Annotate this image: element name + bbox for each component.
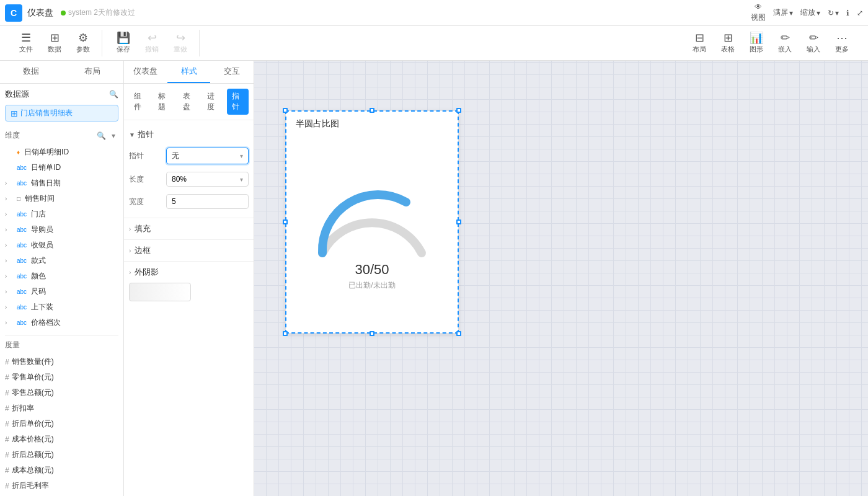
style-tab-title[interactable]: 标题	[153, 89, 175, 115]
dim-expand: ›	[5, 288, 12, 295]
gauge-wrapper: 30/50 已出勤/未出勤	[286, 130, 458, 333]
undo-button[interactable]: ↩ 撤销	[138, 30, 166, 56]
dim-type-badge: abc	[15, 242, 29, 249]
view-button[interactable]: 👁 视图	[751, 2, 766, 23]
gauge-svg	[310, 185, 434, 259]
border-section-header[interactable]: › 边框	[124, 240, 254, 261]
measure-item-2[interactable]: # 零售总额(元)	[5, 385, 118, 401]
pointer-length-input[interactable]	[167, 172, 240, 186]
style-tab-pointer[interactable]: 指针	[227, 89, 249, 115]
measure-item-6[interactable]: # 折后总额(元)	[5, 447, 118, 463]
left-panel: 数据 布局 数据源 🔍 ⊞ 门店销售明细表 维度 🔍 ▾	[0, 61, 124, 496]
dim-type-badge: abc	[15, 211, 29, 218]
data-button[interactable]: ⊞ 数据	[41, 30, 68, 56]
search-dimensions-icon[interactable]: 🔍	[96, 131, 106, 141]
measure-icon: #	[5, 482, 9, 490]
dim-name: 日销单明细ID	[24, 147, 69, 157]
pointer-width-input[interactable]	[166, 194, 249, 209]
update-button[interactable]: ↻	[828, 9, 834, 17]
dim-item-8[interactable]: › abc 颜色	[5, 268, 118, 284]
fullscreen-button[interactable]: 满屏 ▾	[773, 7, 793, 18]
more-icon: ⋯	[836, 32, 848, 43]
dim-type-badge: abc	[15, 180, 29, 187]
shadow-preview[interactable]	[129, 283, 191, 301]
dim-item-4[interactable]: › abc 门店	[5, 206, 118, 222]
measure-item-0[interactable]: # 销售数量(件)	[5, 354, 118, 370]
measure-item-9[interactable]: # 度量值	[5, 494, 118, 496]
save-button[interactable]: 💾 保存	[110, 30, 137, 56]
shadow-section-header[interactable]: › 外阴影	[124, 262, 254, 283]
table-label: 表格	[721, 45, 735, 54]
save-label: 保存	[117, 45, 130, 54]
dim-item-2[interactable]: › abc 销售日期	[5, 175, 118, 191]
params-button[interactable]: ⚙ 参数	[69, 30, 97, 56]
expand-dimensions-icon[interactable]: ▾	[108, 131, 118, 141]
chart-container[interactable]: 半圆占比图 30/50 已出勤/未出勤	[285, 110, 459, 334]
more-button[interactable]: ⋯ 更多	[828, 30, 856, 56]
table-button[interactable]: ⊞ 表格	[714, 30, 742, 56]
file-button[interactable]: ☰ 文件	[12, 30, 40, 56]
chart-title: 半圆占比图	[286, 111, 458, 130]
style-panel: 仪表盘 样式 交互 组件 标题 表盘 进度 指针 ▼ 指针 指针 无 ▾	[124, 61, 254, 496]
search-icon[interactable]: 🔍	[108, 89, 118, 99]
length-arrow: ▾	[240, 176, 248, 183]
tab-interaction[interactable]: 交互	[210, 61, 254, 83]
measure-item-5[interactable]: # 成本价格(元)	[5, 432, 118, 447]
pointer-section-header[interactable]: ▼ 指针	[129, 125, 249, 144]
measure-item-8[interactable]: # 折后毛利率	[5, 478, 118, 494]
dim-type-badge: abc	[15, 273, 29, 280]
border-section: › 边框	[124, 239, 254, 261]
info-button[interactable]: ℹ	[846, 9, 849, 17]
embed-button[interactable]: ✏ 嵌入	[771, 30, 799, 56]
zoom-button[interactable]: 缩放 ▾	[800, 7, 820, 18]
dim-item-0[interactable]: ♦ 日销单明细ID	[5, 144, 118, 160]
dim-name: 销售时间	[25, 193, 55, 204]
data-source-header: 数据源 🔍	[5, 89, 118, 100]
tab-style[interactable]: 样式	[167, 61, 211, 83]
dim-item-3[interactable]: › □ 销售时间	[5, 191, 118, 206]
style-tab-progress[interactable]: 进度	[202, 89, 224, 115]
measure-name: 折后单价(元)	[12, 418, 54, 429]
chart-button[interactable]: 📊 图形	[743, 30, 770, 56]
expand-arrow: ⤢	[857, 9, 863, 17]
redo-button[interactable]: ↪ 重做	[167, 30, 194, 56]
app-logo: C	[5, 4, 22, 22]
dim-item-7[interactable]: › abc 款式	[5, 253, 118, 268]
pointer-length-label: 长度	[129, 174, 166, 185]
pointer-type-select[interactable]: 无 ▾	[166, 148, 249, 164]
layout-button[interactable]: ⊟ 布局	[686, 30, 713, 56]
measure-item-1[interactable]: # 零售单价(元)	[5, 370, 118, 385]
view-icon: 👁	[755, 2, 762, 11]
style-tab-component[interactable]: 组件	[129, 89, 151, 115]
measure-item-4[interactable]: # 折后单价(元)	[5, 416, 118, 432]
redo-label: 重做	[174, 45, 187, 54]
dim-item-1[interactable]: abc 日销单ID	[5, 160, 118, 175]
dim-item-5[interactable]: › abc 导购员	[5, 222, 118, 237]
chart-inner: 半圆占比图 30/50 已出勤/未出勤	[286, 111, 458, 333]
measure-item-3[interactable]: # 折扣率	[5, 401, 118, 416]
input-label: 输入	[807, 45, 820, 54]
dim-item-6[interactable]: › abc 收银员	[5, 237, 118, 253]
pointer-type-arrow: ▾	[240, 153, 243, 159]
measure-item-7[interactable]: # 成本总额(元)	[5, 463, 118, 478]
tab-dashboard[interactable]: 仪表盘	[124, 61, 167, 83]
data-source-tag[interactable]: ⊞ 门店销售明细表	[5, 105, 118, 122]
style-tab-dial[interactable]: 表盘	[178, 89, 200, 115]
expand-icon[interactable]: ⤢	[857, 9, 863, 17]
dim-type-badge: abc	[15, 257, 29, 264]
input-button[interactable]: ✏ 输入	[800, 30, 827, 56]
dim-type-badge: abc	[15, 319, 29, 326]
tab-layout[interactable]: 布局	[62, 61, 124, 83]
pointer-type-control: 无 ▾	[166, 148, 249, 164]
fill-section-header[interactable]: › 填充	[124, 218, 254, 239]
dim-item-10[interactable]: › abc 上下装	[5, 299, 118, 315]
dim-item-11[interactable]: › abc 价格档次	[5, 315, 118, 330]
pointer-section-arrow: ▼	[129, 131, 135, 138]
dim-item-9[interactable]: › abc 尺码	[5, 284, 118, 299]
measure-name: 折扣率	[12, 403, 34, 414]
pointer-section-title: 指针	[138, 129, 154, 140]
measure-icon: #	[5, 466, 9, 475]
update-arrow-button[interactable]: ▾	[835, 9, 839, 17]
tab-data[interactable]: 数据	[0, 61, 62, 83]
measure-name: 成本价格(元)	[12, 434, 54, 445]
